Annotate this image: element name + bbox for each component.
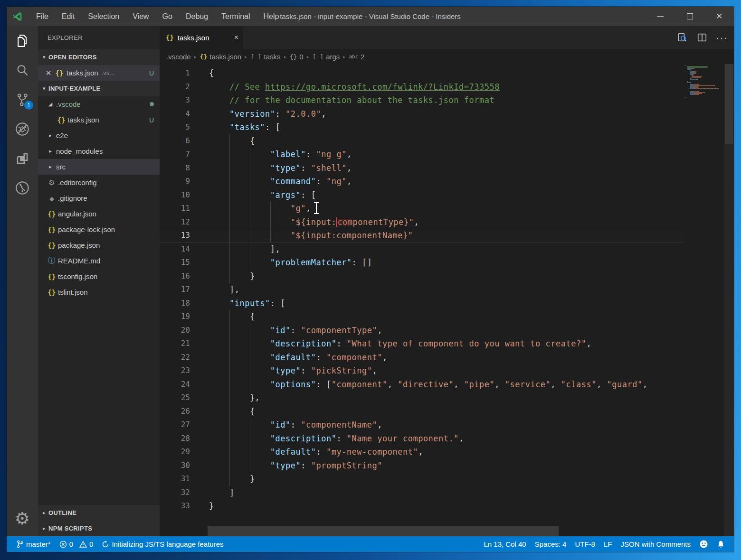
- open-editors-header[interactable]: ▾ OPEN EDITORS: [38, 49, 160, 65]
- code-line-29[interactable]: 29 "default": "my-new-component",: [160, 445, 684, 459]
- line-number[interactable]: 3: [160, 93, 190, 107]
- tree-item-README.md[interactable]: ⓘREADME.md: [38, 253, 160, 269]
- code-line-3[interactable]: 3 // for the documentation about the tas…: [160, 93, 684, 107]
- code-line-22[interactable]: 22 "default": "component",: [160, 351, 684, 364]
- line-number[interactable]: 17: [160, 283, 190, 297]
- tree-item-package.json[interactable]: {}package.json: [38, 237, 160, 253]
- tree-item-.editorconfig[interactable]: ⚙.editorconfig: [38, 175, 160, 190]
- code-line-28[interactable]: 28 "description": "Name your component."…: [160, 432, 684, 446]
- tree-item-.gitignore[interactable]: ◆.gitignore: [38, 190, 160, 206]
- status-spaces-4[interactable]: Spaces: 4: [531, 536, 571, 552]
- status-json-with-comments[interactable]: JSON with Comments: [616, 536, 695, 552]
- status-branch[interactable]: master*: [12, 536, 55, 552]
- code-line-24[interactable]: 24 "options": ["component", "directive",…: [160, 378, 684, 392]
- line-number[interactable]: 4: [160, 107, 190, 121]
- code-line-32[interactable]: 32 ]: [160, 486, 684, 500]
- horizontal-scrollbar[interactable]: [208, 526, 559, 536]
- code-line-9[interactable]: 9 "command": "ng",: [160, 175, 684, 188]
- split-editor-icon[interactable]: [694, 29, 710, 46]
- line-number[interactable]: 14: [160, 243, 190, 256]
- code-line-33[interactable]: 33}: [160, 499, 684, 513]
- code-line-16[interactable]: 16 }: [160, 270, 684, 283]
- code-line-19[interactable]: 19 {: [160, 310, 684, 324]
- open-editor-item-tasks.json[interactable]: ✕{}tasks.json.vs...U: [38, 65, 160, 81]
- menu-file[interactable]: File: [29, 7, 55, 26]
- section-npm-scripts[interactable]: ▸NPM SCRIPTS: [38, 521, 160, 536]
- code-line-14[interactable]: 14 ],: [160, 243, 684, 256]
- code-line-4[interactable]: 4 "version": "2.0.0",: [160, 107, 684, 121]
- find-in-file-icon[interactable]: [674, 29, 690, 46]
- code-line-6[interactable]: 6 {: [160, 134, 684, 148]
- settings-gear-icon[interactable]: ⚙: [7, 504, 38, 533]
- more-actions-icon[interactable]: ···: [714, 29, 730, 46]
- code-line-2[interactable]: 2 // See https://go.microsoft.com/fwlink…: [160, 80, 684, 94]
- line-number[interactable]: 2: [160, 80, 190, 94]
- tree-item-e2e[interactable]: ▸e2e: [38, 128, 160, 143]
- breadcrumb-item-vscode[interactable]: .vscode: [166, 53, 191, 61]
- tree-item-tasks.json[interactable]: {}tasks.jsonU: [38, 112, 160, 128]
- line-number[interactable]: 16: [160, 270, 190, 283]
- project-section-header[interactable]: ▾ INPUT-EXAMPLE: [38, 81, 160, 96]
- status-sync[interactable]: Initializing JS/TS language features: [97, 536, 228, 552]
- line-number[interactable]: 24: [160, 378, 190, 392]
- line-number[interactable]: 1: [160, 66, 190, 80]
- line-number[interactable]: 20: [160, 324, 190, 337]
- source-control-icon[interactable]: 1: [7, 85, 38, 114]
- tree-item-.vscode[interactable]: ◢.vscode: [38, 96, 160, 112]
- breadcrumb-item-0[interactable]: {}0: [290, 53, 304, 61]
- code-line-11[interactable]: 11 "g",: [160, 202, 684, 215]
- close-button[interactable]: ✕: [704, 7, 734, 26]
- line-number[interactable]: 29: [160, 445, 190, 459]
- line-number[interactable]: 27: [160, 418, 190, 432]
- close-tab-icon[interactable]: ×: [234, 33, 238, 42]
- line-number[interactable]: 13: [160, 229, 190, 242]
- menu-terminal[interactable]: Terminal: [215, 7, 256, 26]
- tree-item-angular.json[interactable]: {}angular.json: [38, 206, 160, 222]
- line-number[interactable]: 30: [160, 459, 190, 473]
- line-number[interactable]: 12: [160, 215, 190, 229]
- explorer-icon[interactable]: [7, 26, 38, 56]
- line-number[interactable]: 7: [160, 148, 190, 161]
- tree-item-tslint.json[interactable]: {}tslint.json: [38, 284, 160, 300]
- line-number[interactable]: 9: [160, 175, 190, 188]
- menu-selection[interactable]: Selection: [81, 7, 126, 26]
- code-line-12[interactable]: 12 "${input:componentType}",: [160, 215, 684, 229]
- debug-icon[interactable]: [7, 114, 38, 144]
- breadcrumb-item-tasks[interactable]: [ ]tasks: [250, 53, 281, 61]
- line-number[interactable]: 23: [160, 364, 190, 378]
- extensions-icon[interactable]: [7, 144, 38, 173]
- code-line-20[interactable]: 20 "id": "componentType",: [160, 324, 684, 337]
- code-line-10[interactable]: 10 "args": [: [160, 188, 684, 202]
- problems-indicator[interactable]: 00: [55, 536, 98, 552]
- tree-item-src[interactable]: ▸src: [38, 159, 160, 175]
- line-number[interactable]: 32: [160, 486, 190, 500]
- code-line-25[interactable]: 25 },: [160, 391, 684, 405]
- code-line-26[interactable]: 26 {: [160, 405, 684, 419]
- minimize-button[interactable]: [646, 7, 675, 26]
- code-line-15[interactable]: 15 "problemMatcher": []: [160, 256, 684, 270]
- code-line-27[interactable]: 27 "id": "componentName",: [160, 418, 684, 432]
- code-line-8[interactable]: 8 "type": "shell",: [160, 161, 684, 175]
- line-number[interactable]: 8: [160, 161, 190, 175]
- feedback-smiley-icon[interactable]: [695, 536, 712, 552]
- code-line-17[interactable]: 17 ],: [160, 283, 684, 297]
- line-number[interactable]: 10: [160, 188, 190, 202]
- tree-item-tsconfig.json[interactable]: {}tsconfig.json: [38, 269, 160, 284]
- section-outline[interactable]: ▸OUTLINE: [38, 505, 160, 521]
- line-number[interactable]: 6: [160, 134, 190, 148]
- breadcrumb-item-2[interactable]: abc2: [349, 53, 364, 61]
- code-line-30[interactable]: 30 "type": "promptString": [160, 459, 684, 473]
- line-number[interactable]: 31: [160, 472, 190, 486]
- status-utf-8[interactable]: UTF-8: [570, 536, 599, 552]
- line-number[interactable]: 11: [160, 202, 190, 215]
- breadcrumb-item-tasksjson[interactable]: {}tasks.json: [200, 53, 241, 61]
- code-line-31[interactable]: 31 }: [160, 472, 684, 486]
- code-line-1[interactable]: 1{: [160, 66, 684, 80]
- vertical-scrollbar[interactable]: [724, 64, 734, 536]
- menu-go[interactable]: Go: [156, 7, 179, 26]
- code-line-13[interactable]: 13 "${input:componentName}": [160, 229, 684, 243]
- close-icon[interactable]: ✕: [43, 69, 54, 77]
- bell-icon[interactable]: [712, 536, 729, 552]
- code-line-5[interactable]: 5 "tasks": [: [160, 121, 684, 134]
- line-number[interactable]: 5: [160, 121, 190, 134]
